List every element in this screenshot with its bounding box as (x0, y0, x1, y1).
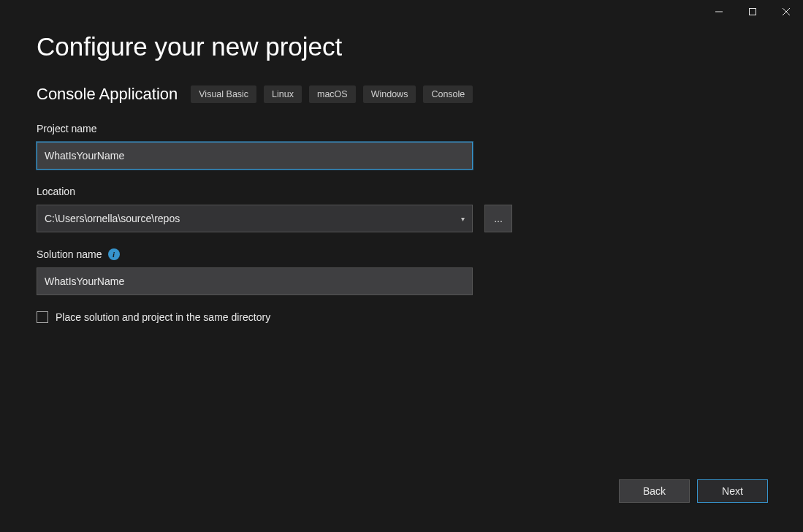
chevron-down-icon: ▾ (461, 215, 465, 223)
solution-name-label: Solution name (37, 248, 102, 260)
location-label: Location (37, 186, 766, 197)
tag-item: Windows (363, 86, 416, 103)
same-directory-checkbox[interactable] (37, 311, 48, 323)
template-subtitle: Console Application (37, 85, 178, 104)
window-titlebar (702, 0, 803, 23)
info-icon[interactable]: i (108, 248, 120, 260)
tag-item: Visual Basic (191, 86, 256, 103)
tag-item: macOS (309, 86, 356, 103)
solution-name-input[interactable] (37, 267, 473, 295)
back-button[interactable]: Back (619, 479, 690, 503)
project-name-label: Project name (37, 123, 766, 134)
next-button[interactable]: Next (697, 479, 768, 503)
minimize-button[interactable] (702, 0, 736, 23)
page-title: Configure your new project (37, 32, 766, 61)
tag-item: Console (423, 86, 473, 103)
location-dropdown[interactable]: C:\Users\ornella\source\repos ▾ (37, 205, 473, 232)
maximize-button[interactable] (736, 0, 769, 23)
tag-list: Visual Basic Linux macOS Windows Console (191, 86, 473, 103)
project-name-input[interactable] (37, 142, 473, 170)
close-button[interactable] (769, 0, 803, 23)
same-directory-label: Place solution and project in the same d… (56, 311, 270, 323)
browse-button[interactable]: ... (484, 205, 512, 232)
location-value: C:\Users\ornella\source\repos (45, 213, 180, 224)
tag-item: Linux (264, 86, 302, 103)
svg-rect-1 (750, 9, 756, 15)
